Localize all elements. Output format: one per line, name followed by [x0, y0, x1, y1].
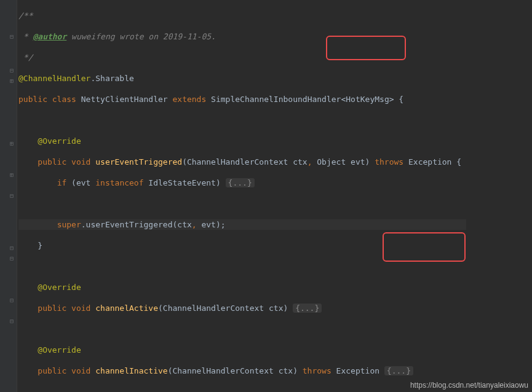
- fold-icon[interactable]: ⊟: [10, 68, 16, 74]
- fold-icon[interactable]: ⊟: [10, 318, 16, 324]
- folded-block[interactable]: {...}: [293, 304, 322, 313]
- generic-type: HotKeyMsg: [346, 95, 389, 104]
- folded-block[interactable]: {...}: [226, 178, 255, 187]
- method-name: userEventTriggered: [95, 157, 182, 167]
- fold-icon[interactable]: ⊞: [10, 172, 16, 178]
- class-name: NettyClientHandler: [81, 95, 168, 104]
- fold-icon[interactable]: ⊞: [10, 141, 16, 147]
- fold-icon[interactable]: ⊟: [10, 297, 16, 304]
- annotation-override: @Override: [38, 283, 81, 292]
- watermark: https://blog.csdn.net/tianyaleixiaowu: [410, 381, 528, 390]
- method-name: channelActive: [95, 304, 158, 313]
- fold-icon[interactable]: ⊟: [10, 245, 16, 251]
- doc-comment: */: [18, 53, 33, 62]
- folded-block[interactable]: {...}: [384, 366, 413, 375]
- fold-icon[interactable]: ⊞: [10, 78, 16, 84]
- annotation-override: @Override: [38, 136, 81, 146]
- annotation: @ChannelHandler: [18, 74, 90, 83]
- fold-icon[interactable]: ⊟: [10, 256, 16, 262]
- method-name: channelInactive: [95, 366, 167, 375]
- doc-comment: /**: [18, 11, 33, 20]
- fold-icon[interactable]: ⊟: [10, 34, 16, 40]
- doc-comment: * @author wuweifeng wrote on 2019-11-05.: [18, 32, 216, 41]
- fold-icon[interactable]: ⊟: [10, 193, 16, 199]
- annotation-override: @Override: [38, 345, 81, 355]
- code-editor[interactable]: /** * @author wuweifeng wrote on 2019-11…: [18, 0, 466, 392]
- editor-gutter: ⊟ ⊟ ⊞ ⊞ ⊞ ⊟ ⊟ ⊟ ⊟ ⊟: [0, 0, 17, 392]
